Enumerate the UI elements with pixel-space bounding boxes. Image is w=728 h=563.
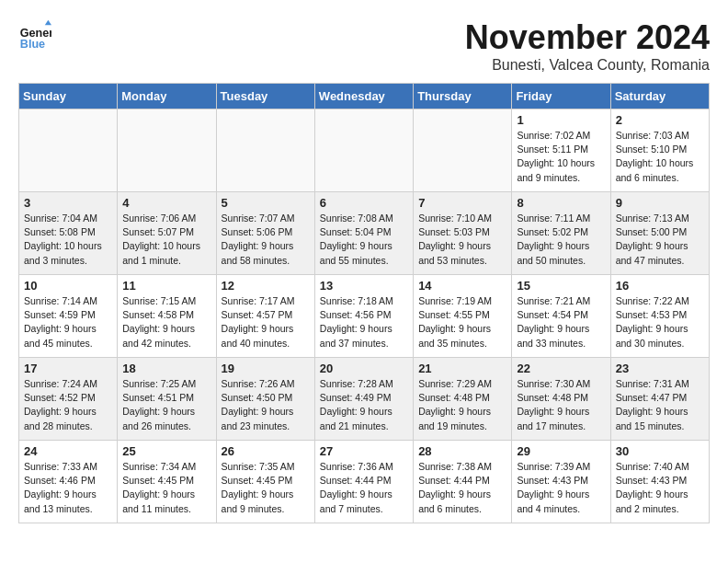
day-info: Sunrise: 7:14 AMSunset: 4:59 PMDaylight:… <box>24 294 112 350</box>
day-number: 2 <box>616 113 704 127</box>
calendar-cell: 27Sunrise: 7:36 AMSunset: 4:44 PMDayligh… <box>314 441 413 523</box>
calendar-cell: 21Sunrise: 7:29 AMSunset: 4:48 PMDayligh… <box>414 358 512 441</box>
calendar-cell <box>216 109 314 192</box>
day-info: Sunrise: 7:06 AMSunset: 5:07 PMDaylight:… <box>122 212 210 268</box>
day-info: Sunrise: 7:17 AMSunset: 4:57 PMDaylight:… <box>222 294 310 350</box>
calendar-cell: 9Sunrise: 7:13 AMSunset: 5:00 PMDaylight… <box>610 192 709 275</box>
logo-icon: General Blue <box>18 18 51 52</box>
svg-marker-2 <box>45 20 51 25</box>
day-number: 22 <box>517 362 605 375</box>
day-number: 12 <box>222 279 310 293</box>
weekday-header-thursday: Thursday <box>414 84 512 109</box>
day-info: Sunrise: 7:35 AMSunset: 4:45 PMDaylight:… <box>222 460 310 516</box>
weekday-header-monday: Monday <box>118 84 216 109</box>
svg-text:Blue: Blue <box>20 38 45 51</box>
day-number: 17 <box>24 362 112 375</box>
calendar-cell: 13Sunrise: 7:18 AMSunset: 4:56 PMDayligh… <box>314 275 413 358</box>
day-info: Sunrise: 7:10 AMSunset: 5:03 PMDaylight:… <box>418 212 506 268</box>
weekday-header-row: SundayMondayTuesdayWednesdayThursdayFrid… <box>19 84 710 109</box>
weekday-header-friday: Friday <box>512 84 610 109</box>
calendar-cell <box>19 109 118 192</box>
day-info: Sunrise: 7:25 AMSunset: 4:51 PMDaylight:… <box>122 377 210 433</box>
calendar-cell: 2Sunrise: 7:03 AMSunset: 5:10 PMDaylight… <box>610 109 709 192</box>
day-number: 24 <box>24 444 112 458</box>
day-number: 9 <box>616 196 704 210</box>
day-info: Sunrise: 7:21 AMSunset: 4:54 PMDaylight:… <box>517 294 605 350</box>
calendar-table: SundayMondayTuesdayWednesdayThursdayFrid… <box>18 83 710 523</box>
calendar-cell: 26Sunrise: 7:35 AMSunset: 4:45 PMDayligh… <box>216 441 314 523</box>
day-number: 5 <box>222 196 310 210</box>
calendar-cell: 6Sunrise: 7:08 AMSunset: 5:04 PMDaylight… <box>314 192 413 275</box>
calendar-cell: 12Sunrise: 7:17 AMSunset: 4:57 PMDayligh… <box>216 275 314 358</box>
day-info: Sunrise: 7:22 AMSunset: 4:53 PMDaylight:… <box>616 294 704 350</box>
weekday-header-sunday: Sunday <box>19 84 118 109</box>
calendar-cell: 14Sunrise: 7:19 AMSunset: 4:55 PMDayligh… <box>414 275 512 358</box>
day-number: 7 <box>418 196 506 210</box>
calendar-cell <box>314 109 413 192</box>
day-info: Sunrise: 7:31 AMSunset: 4:47 PMDaylight:… <box>616 377 704 433</box>
day-number: 8 <box>517 196 605 210</box>
day-number: 11 <box>122 279 210 293</box>
day-number: 20 <box>320 362 408 375</box>
day-info: Sunrise: 7:28 AMSunset: 4:49 PMDaylight:… <box>320 377 408 433</box>
day-number: 1 <box>517 113 605 127</box>
weekday-header-saturday: Saturday <box>610 84 709 109</box>
day-info: Sunrise: 7:15 AMSunset: 4:58 PMDaylight:… <box>122 294 210 350</box>
day-number: 13 <box>320 279 408 293</box>
calendar-cell: 30Sunrise: 7:40 AMSunset: 4:43 PMDayligh… <box>610 441 709 523</box>
day-number: 15 <box>517 279 605 293</box>
calendar-cell: 19Sunrise: 7:26 AMSunset: 4:50 PMDayligh… <box>216 358 314 441</box>
week-row-1: 1Sunrise: 7:02 AMSunset: 5:11 PMDaylight… <box>19 109 710 192</box>
day-info: Sunrise: 7:36 AMSunset: 4:44 PMDaylight:… <box>320 460 408 516</box>
calendar-cell: 5Sunrise: 7:07 AMSunset: 5:06 PMDaylight… <box>216 192 314 275</box>
week-row-4: 17Sunrise: 7:24 AMSunset: 4:52 PMDayligh… <box>19 358 710 441</box>
weekday-header-wednesday: Wednesday <box>314 84 413 109</box>
calendar-cell: 3Sunrise: 7:04 AMSunset: 5:08 PMDaylight… <box>19 192 118 275</box>
calendar-cell: 11Sunrise: 7:15 AMSunset: 4:58 PMDayligh… <box>118 275 216 358</box>
day-info: Sunrise: 7:33 AMSunset: 4:46 PMDaylight:… <box>24 460 112 516</box>
day-number: 28 <box>418 444 506 458</box>
day-number: 21 <box>418 362 506 375</box>
calendar-cell: 15Sunrise: 7:21 AMSunset: 4:54 PMDayligh… <box>512 275 610 358</box>
day-number: 16 <box>616 279 704 293</box>
day-number: 4 <box>122 196 210 210</box>
day-number: 29 <box>517 444 605 458</box>
day-info: Sunrise: 7:29 AMSunset: 4:48 PMDaylight:… <box>418 377 506 433</box>
day-info: Sunrise: 7:38 AMSunset: 4:44 PMDaylight:… <box>418 460 506 516</box>
calendar-cell: 20Sunrise: 7:28 AMSunset: 4:49 PMDayligh… <box>314 358 413 441</box>
day-number: 19 <box>222 362 310 375</box>
day-info: Sunrise: 7:08 AMSunset: 5:04 PMDaylight:… <box>320 212 408 268</box>
day-info: Sunrise: 7:26 AMSunset: 4:50 PMDaylight:… <box>222 377 310 433</box>
day-number: 6 <box>320 196 408 210</box>
calendar-subtitle: Bunesti, Valcea County, Romania <box>465 57 710 74</box>
day-info: Sunrise: 7:18 AMSunset: 4:56 PMDaylight:… <box>320 294 408 350</box>
day-number: 23 <box>616 362 704 375</box>
calendar-cell <box>118 109 216 192</box>
calendar-cell: 23Sunrise: 7:31 AMSunset: 4:47 PMDayligh… <box>610 358 709 441</box>
day-number: 26 <box>222 444 310 458</box>
calendar-cell: 16Sunrise: 7:22 AMSunset: 4:53 PMDayligh… <box>610 275 709 358</box>
calendar-cell: 1Sunrise: 7:02 AMSunset: 5:11 PMDaylight… <box>512 109 610 192</box>
day-number: 27 <box>320 444 408 458</box>
logo: General Blue <box>18 18 51 52</box>
day-info: Sunrise: 7:04 AMSunset: 5:08 PMDaylight:… <box>24 212 112 268</box>
day-number: 30 <box>616 444 704 458</box>
calendar-cell: 8Sunrise: 7:11 AMSunset: 5:02 PMDaylight… <box>512 192 610 275</box>
day-info: Sunrise: 7:07 AMSunset: 5:06 PMDaylight:… <box>222 212 310 268</box>
day-number: 14 <box>418 279 506 293</box>
calendar-cell: 7Sunrise: 7:10 AMSunset: 5:03 PMDaylight… <box>414 192 512 275</box>
calendar-cell: 22Sunrise: 7:30 AMSunset: 4:48 PMDayligh… <box>512 358 610 441</box>
calendar-cell <box>414 109 512 192</box>
day-info: Sunrise: 7:24 AMSunset: 4:52 PMDaylight:… <box>24 377 112 433</box>
week-row-2: 3Sunrise: 7:04 AMSunset: 5:08 PMDaylight… <box>19 192 710 275</box>
calendar-cell: 28Sunrise: 7:38 AMSunset: 4:44 PMDayligh… <box>414 441 512 523</box>
day-number: 10 <box>24 279 112 293</box>
day-info: Sunrise: 7:13 AMSunset: 5:00 PMDaylight:… <box>616 212 704 268</box>
title-block: November 2024 Bunesti, Valcea County, Ro… <box>465 18 710 74</box>
day-number: 3 <box>24 196 112 210</box>
day-info: Sunrise: 7:02 AMSunset: 5:11 PMDaylight:… <box>517 129 605 185</box>
calendar-cell: 24Sunrise: 7:33 AMSunset: 4:46 PMDayligh… <box>19 441 118 523</box>
page-header: General Blue November 2024 Bunesti, Valc… <box>18 18 710 74</box>
calendar-cell: 17Sunrise: 7:24 AMSunset: 4:52 PMDayligh… <box>19 358 118 441</box>
calendar-cell: 29Sunrise: 7:39 AMSunset: 4:43 PMDayligh… <box>512 441 610 523</box>
